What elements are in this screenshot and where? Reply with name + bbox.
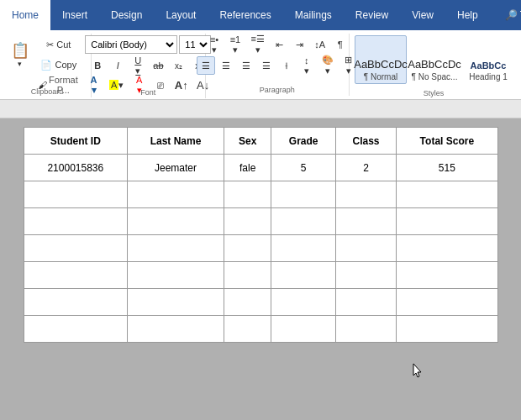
- cell-5-5[interactable]: [397, 289, 497, 316]
- strikethrough-button[interactable]: ab: [149, 56, 167, 75]
- style-no-spacing[interactable]: AaBbCcDc ¶ No Spac...: [408, 35, 460, 84]
- paste-button[interactable]: 📋 ▾: [8, 35, 32, 74]
- cell-0-3[interactable]: 5: [271, 155, 335, 181]
- bullets-button[interactable]: ≡• ▾: [205, 35, 224, 54]
- ribbon-tabs-bar: Home Insert Design Layout References Mai…: [0, 0, 521, 30]
- cell-0-1[interactable]: Jeemater: [128, 155, 224, 181]
- cell-1-5[interactable]: [397, 181, 497, 208]
- style-heading1-preview: AaBbCc: [471, 60, 507, 71]
- cell-6-5[interactable]: [397, 316, 497, 343]
- col-grade: Grade: [271, 128, 335, 155]
- cell-0-2[interactable]: fale: [224, 155, 271, 181]
- increase-indent-button[interactable]: ⇥: [291, 35, 309, 54]
- table-row: [24, 235, 497, 262]
- ribbon-toolbar: 📋 ▾ ✂ Cut 📄 Copy 🖌 Format P... Clipboard…: [0, 30, 521, 100]
- tab-insert[interactable]: Insert: [50, 0, 99, 30]
- clipboard-group: 📋 ▾ ✂ Cut 📄 Copy 🖌 Format P... Clipboard: [3, 34, 92, 97]
- style-normal-label: ¶ Normal: [364, 72, 397, 81]
- tab-review[interactable]: Review: [344, 0, 400, 30]
- cell-0-4[interactable]: 2: [335, 155, 396, 181]
- cell-1-2[interactable]: [224, 181, 271, 208]
- cell-0-0[interactable]: 2100015836: [24, 155, 128, 181]
- paragraph-group-label: Paragraph: [206, 86, 349, 94]
- styles-scroll-up[interactable]: ▲: [517, 36, 521, 55]
- cell-6-2[interactable]: [224, 316, 271, 343]
- tab-view[interactable]: View: [400, 0, 445, 30]
- style-heading1-label: Heading 1: [469, 72, 508, 81]
- tab-layout[interactable]: Layout: [154, 0, 208, 30]
- cell-4-4[interactable]: [335, 262, 396, 289]
- data-table: Student ID Last Name Sex Grade Class Tot…: [24, 127, 498, 343]
- cell-5-4[interactable]: [335, 289, 396, 316]
- justify-button[interactable]: ☰: [257, 56, 276, 75]
- copy-button[interactable]: 📄 Copy: [34, 55, 84, 74]
- cell-2-2[interactable]: [224, 208, 271, 235]
- align-right-button[interactable]: ☰: [237, 56, 255, 75]
- styles-group: AaBbCcDc ¶ Normal AaBbCcDc ¶ No Spac... …: [350, 34, 518, 99]
- cell-1-3[interactable]: [271, 181, 335, 208]
- style-normal-preview: AaBbCcDc: [354, 58, 408, 71]
- cell-3-2[interactable]: [224, 235, 271, 262]
- cell-6-4[interactable]: [335, 316, 396, 343]
- cell-2-0[interactable]: [24, 208, 128, 235]
- cell-6-1[interactable]: [128, 316, 224, 343]
- cell-4-3[interactable]: [271, 262, 335, 289]
- underline-button[interactable]: U ▾: [129, 56, 147, 75]
- cell-5-2[interactable]: [224, 289, 271, 316]
- cell-4-0[interactable]: [24, 262, 128, 289]
- cell-5-0[interactable]: [24, 289, 128, 316]
- cell-1-4[interactable]: [335, 181, 396, 208]
- cell-2-1[interactable]: [128, 208, 224, 235]
- cell-4-1[interactable]: [128, 262, 224, 289]
- table-header-row: Student ID Last Name Sex Grade Class Tot…: [24, 128, 497, 155]
- align-left-button[interactable]: ☰: [197, 56, 215, 75]
- cell-2-4[interactable]: [335, 208, 396, 235]
- tab-home[interactable]: Home: [0, 0, 50, 30]
- tab-design[interactable]: Design: [99, 0, 154, 30]
- tab-references[interactable]: References: [208, 0, 282, 30]
- cell-4-5[interactable]: [397, 262, 497, 289]
- cell-3-0[interactable]: [24, 235, 128, 262]
- table-row: [24, 316, 497, 343]
- tab-tell[interactable]: 🔎 Tell: [493, 0, 521, 30]
- line-spacing-button[interactable]: ↕ ▾: [297, 56, 316, 75]
- cut-button[interactable]: ✂ Cut: [34, 35, 84, 54]
- font-group: Calibri (Body) 11 B I U ▾ ab x₂ x² A ▾ A…: [92, 34, 206, 98]
- decrease-indent-button[interactable]: ⇤: [271, 35, 289, 54]
- cell-5-1[interactable]: [128, 289, 224, 316]
- col-class: Class: [335, 128, 396, 155]
- multilevel-list-button[interactable]: ≡☰ ▾: [247, 35, 269, 54]
- cell-6-0[interactable]: [24, 316, 128, 343]
- cell-2-5[interactable]: [397, 208, 497, 235]
- subscript-button[interactable]: x₂: [169, 56, 187, 75]
- numbering-button[interactable]: ≡1 ▾: [225, 35, 245, 54]
- col-total-score: Total Score: [397, 128, 497, 155]
- cell-5-3[interactable]: [271, 289, 335, 316]
- cell-3-3[interactable]: [271, 235, 335, 262]
- cell-4-2[interactable]: [224, 262, 271, 289]
- column-button[interactable]: ⫲: [277, 56, 296, 75]
- cell-0-5[interactable]: 515: [397, 155, 497, 181]
- italic-button[interactable]: I: [108, 56, 127, 75]
- cell-6-3[interactable]: [271, 316, 335, 343]
- cell-3-5[interactable]: [397, 235, 497, 262]
- align-center-button[interactable]: ☰: [217, 56, 235, 75]
- style-heading1[interactable]: AaBbCc Heading 1: [462, 35, 514, 84]
- bold-button[interactable]: B: [88, 56, 107, 75]
- show-paragraph-button[interactable]: ¶: [331, 35, 350, 54]
- font-name-selector[interactable]: Calibri (Body): [85, 35, 177, 54]
- cell-2-3[interactable]: [271, 208, 335, 235]
- mouse-cursor-icon: [412, 362, 425, 379]
- cell-3-4[interactable]: [335, 235, 396, 262]
- sort-button[interactable]: ↕A: [311, 35, 329, 54]
- table-row: [24, 208, 497, 235]
- cell-3-1[interactable]: [128, 235, 224, 262]
- cell-1-1[interactable]: [128, 181, 224, 208]
- style-normal[interactable]: AaBbCcDc ¶ Normal: [355, 35, 407, 84]
- cell-1-0[interactable]: [24, 181, 128, 208]
- styles-scroll-down[interactable]: ▼: [517, 56, 521, 75]
- tab-help[interactable]: Help: [445, 0, 490, 30]
- document-area[interactable]: Student ID Last Name Sex Grade Class Tot…: [0, 118, 521, 420]
- shading-button[interactable]: 🎨 ▾: [318, 56, 338, 75]
- tab-mailings[interactable]: Mailings: [283, 0, 344, 30]
